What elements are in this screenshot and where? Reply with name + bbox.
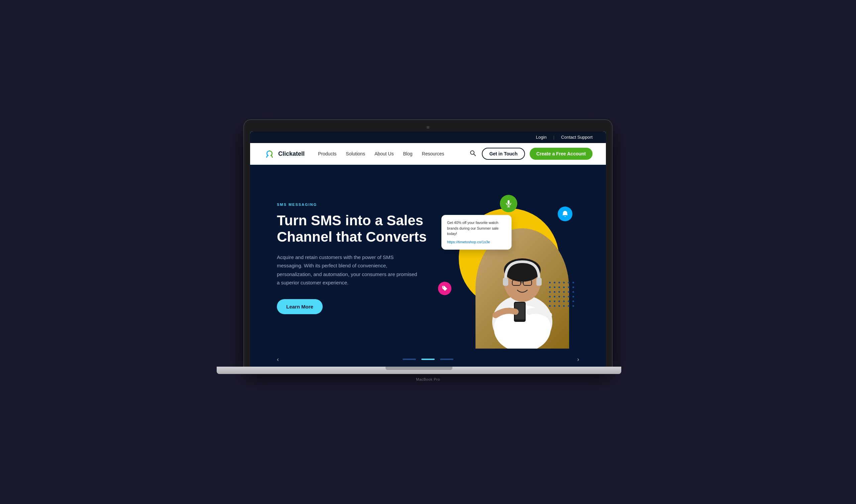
nav-resources[interactable]: Resources	[422, 151, 444, 157]
hero-section: SMS MESSAGING Turn SMS into a Sales Chan…	[250, 165, 606, 352]
logo-svg	[264, 150, 275, 158]
dot-grid-dot	[563, 291, 565, 293]
dot-grid-dot	[558, 282, 560, 284]
bell-float-icon	[558, 206, 572, 221]
search-button[interactable]	[468, 149, 477, 159]
sms-bubble-link[interactable]: https://timetoshop.co/1s3e	[447, 240, 490, 244]
dot-grid-dot	[572, 301, 574, 302]
dot-grid-dot	[554, 291, 555, 293]
dot-grid-dot	[572, 291, 574, 293]
carousel-dot-3[interactable]	[440, 359, 453, 360]
svg-rect-9	[503, 278, 508, 286]
dot-grid-dot	[549, 286, 551, 288]
laptop-notch	[386, 367, 452, 370]
top-bar: Login | Contact Support	[250, 131, 606, 143]
dot-grid-dot	[568, 296, 569, 298]
dot-grid-dot	[568, 305, 569, 307]
dot-grid-dot	[558, 286, 560, 288]
logo[interactable]: Clickatell	[264, 150, 305, 158]
dot-grid-dot	[558, 301, 560, 302]
sms-message-bubble: Get 40% off your favorite watch brands d…	[441, 215, 512, 250]
dot-grid-dot	[554, 282, 555, 284]
laptop-camera	[427, 126, 429, 129]
bell-icon	[561, 210, 569, 218]
dot-grid-dot	[568, 286, 569, 288]
dot-grid-dot	[558, 305, 560, 307]
laptop-base	[217, 367, 621, 374]
logo-text: Clickatell	[278, 150, 305, 158]
learn-more-button[interactable]: Learn More	[277, 299, 323, 314]
dot-grid-dot	[549, 296, 551, 298]
dot-grid-dot	[563, 301, 565, 302]
dot-grid-dot	[558, 291, 560, 293]
create-account-button[interactable]: Create a Free Account	[530, 148, 592, 160]
dot-grid-dot	[554, 286, 555, 288]
laptop-bezel: Login | Contact Support Clickatell Produ…	[244, 120, 612, 367]
contact-support-link[interactable]: Contact Support	[561, 135, 592, 140]
nav-links: Products Solutions About Us Blog Resourc…	[318, 151, 459, 157]
carousel-next-button[interactable]: ›	[577, 356, 579, 363]
dot-grid-dot	[549, 291, 551, 293]
hero-tag: SMS MESSAGING	[277, 202, 428, 206]
nav-actions: Get in Touch Create a Free Account	[468, 148, 592, 160]
nav-blog[interactable]: Blog	[403, 151, 412, 157]
dot-grid-dot	[563, 282, 565, 284]
hero-description: Acquire and retain customers with the po…	[277, 253, 417, 287]
sms-bubble-text: Get 40% off your favorite watch brands d…	[447, 220, 506, 237]
laptop-screen: Login | Contact Support Clickatell Produ…	[250, 131, 606, 367]
dot-grid-dot	[568, 282, 569, 284]
dot-grid-dot	[572, 296, 574, 298]
dot-grid-dot	[572, 282, 574, 284]
tag-float-icon	[438, 282, 451, 295]
get-in-touch-button[interactable]: Get in Touch	[482, 148, 525, 160]
dot-grid-dot	[563, 296, 565, 298]
dot-grid-dot	[568, 301, 569, 302]
dot-grid-dot	[563, 286, 565, 288]
nav-about[interactable]: About Us	[374, 151, 394, 157]
dot-grid-dot	[572, 305, 574, 307]
svg-rect-10	[536, 278, 542, 286]
svg-line-1	[474, 154, 476, 156]
laptop-model-label: MacBook Pro	[416, 377, 440, 381]
dot-grid-dot	[568, 291, 569, 293]
carousel-controls: ‹ ›	[250, 352, 606, 367]
dot-grid-dot	[554, 296, 555, 298]
login-link[interactable]: Login	[536, 135, 547, 140]
svg-point-16	[443, 287, 444, 288]
nav-products[interactable]: Products	[318, 151, 336, 157]
dot-grid-dot	[572, 286, 574, 288]
carousel-prev-button[interactable]: ‹	[277, 356, 279, 363]
microphone-icon	[504, 199, 513, 208]
nav-solutions[interactable]: Solutions	[346, 151, 365, 157]
laptop-wrapper: Login | Contact Support Clickatell Produ…	[244, 120, 612, 384]
dot-grid-dot	[554, 305, 555, 307]
hero-content: SMS MESSAGING Turn SMS into a Sales Chan…	[277, 202, 428, 314]
topbar-divider: |	[553, 135, 554, 140]
microphone-float-icon	[500, 195, 517, 212]
dot-grid-dot	[549, 282, 551, 284]
svg-rect-13	[507, 200, 510, 204]
dot-grid-dot	[549, 305, 551, 307]
carousel-dot-2[interactable]	[421, 359, 435, 360]
hero-visual: Get 40% off your favorite watch brands d…	[428, 188, 579, 328]
search-icon	[470, 150, 476, 156]
dot-grid-dot	[549, 301, 551, 302]
navbar: Clickatell Products Solutions About Us B…	[250, 143, 606, 165]
dot-grid-dot	[558, 296, 560, 298]
hero-title: Turn SMS into a Sales Channel that Conve…	[277, 213, 428, 245]
dot-grid-decoration: // dots generated by template below	[549, 282, 576, 308]
tag-icon	[441, 285, 448, 292]
dot-grid-dot	[554, 301, 555, 302]
carousel-dot-1[interactable]	[403, 359, 416, 360]
dot-grid-dot	[563, 305, 565, 307]
